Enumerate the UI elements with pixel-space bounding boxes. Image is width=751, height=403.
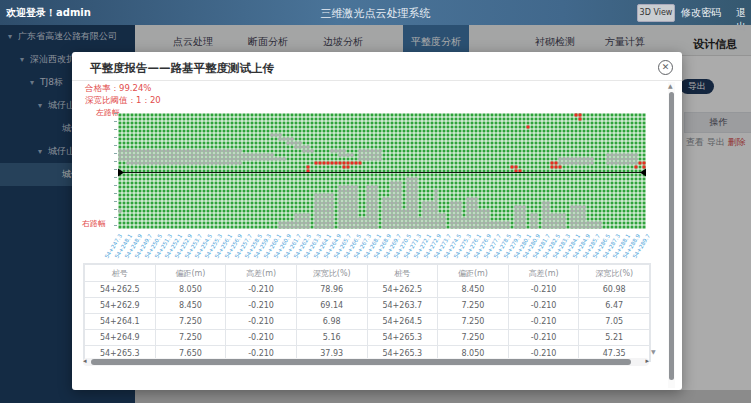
h-scrollbar[interactable]: ◂ ▸ [83,358,649,366]
table-cell: 54+263.7 [367,298,438,314]
table-cell: 6.47 [579,298,650,314]
x-axis-labels: 54+247.354+248.154+248.954+249.754+250.5… [118,231,652,257]
pass-rate-text: 合格率：99.24% [85,83,151,95]
app: 欢迎登录！admin 三维激光点云处理系统 3D View 修改密码 退出 ▾广… [0,0,751,403]
table-cell: 8.450 [438,282,509,298]
table-cell: -0.210 [508,282,579,298]
divider [72,80,682,81]
right-lane-label: 右路幅 [82,218,106,229]
modal-title: 平整度报告——路基平整度测试上传 [90,61,274,76]
ratio-threshold-text: 深宽比阈值：1：20 [85,95,161,107]
table-cell: 54+265.3 [367,330,438,346]
table-header-cell: 桩号 [85,265,156,282]
flatness-chart [118,113,646,229]
v-scroll-thumb[interactable] [669,92,674,380]
table-cell: -0.210 [226,330,297,346]
scroll-left-icon[interactable]: ◂ [83,357,87,365]
3d-view-button[interactable]: 3D View [637,4,675,22]
table-cell: 60.98 [579,282,650,298]
table-cell: 69.14 [296,298,367,314]
table-cell: 7.250 [155,330,226,346]
close-button[interactable]: ✕ [658,60,673,75]
table-cell: -0.210 [508,298,579,314]
table-cell: 78.96 [296,282,367,298]
table-cell: -0.210 [508,330,579,346]
flatness-heatmap [118,113,646,229]
table-cell: 7.250 [155,314,226,330]
table-cell: 54+262.5 [367,282,438,298]
table-cell: 8.050 [155,282,226,298]
table-cell: 7.05 [579,314,650,330]
table-header-cell: 高差(m) [508,265,579,282]
h-scroll-thumb[interactable] [91,359,631,365]
table-row: 54+264.97.250-0.2105.1654+265.37.250-0.2… [85,330,650,346]
table-header-cell: 偏距(m) [155,265,226,282]
scroll-up-icon[interactable]: ▲ [668,82,673,89]
table-row: 54+262.58.050-0.21078.9654+262.58.450-0.… [85,282,650,298]
table-cell: 7.250 [438,314,509,330]
table-header-cell: 深宽比(%) [579,265,650,282]
table-cell: 5.21 [579,330,650,346]
table-header-cell: 高差(m) [226,265,297,282]
table-cell: -0.210 [226,314,297,330]
table-cell: 6.98 [296,314,367,330]
close-icon: ✕ [662,62,670,72]
table-cell: 54+262.5 [85,282,156,298]
table-cell: 7.250 [438,298,509,314]
table-cell: -0.210 [226,282,297,298]
report-table: 桩号偏距(m)高差(m)深宽比(%)桩号偏距(m)高差(m)深宽比(%)54+2… [83,263,651,362]
table-row: 54+262.98.450-0.21069.1454+263.77.250-0.… [85,298,650,314]
top-bar: 欢迎登录！admin 三维激光点云处理系统 3D View 修改密码 退出 [0,0,751,25]
table-cell: 54+264.1 [85,314,156,330]
table-cell: -0.210 [508,314,579,330]
table-header-cell: 深宽比(%) [296,265,367,282]
table-cell: 7.250 [438,330,509,346]
table-cell: -0.210 [226,298,297,314]
table-row: 54+264.17.250-0.2106.9854+264.57.250-0.2… [85,314,650,330]
table-cell: 5.16 [296,330,367,346]
scroll-right-icon[interactable]: ▸ [645,357,649,365]
table-header-cell: 桩号 [367,265,438,282]
table-cell: 8.450 [155,298,226,314]
table-cell: 54+264.9 [85,330,156,346]
flatness-report-modal: 平整度报告——路基平整度测试上传 ✕ 合格率：99.24% 深宽比阈值：1：20… [72,52,682,390]
change-password-button[interactable]: 修改密码 [681,6,721,20]
table-scroll-down-icon[interactable]: ▼ [651,348,656,355]
table-header-cell: 偏距(m) [438,265,509,282]
table-cell: 54+262.9 [85,298,156,314]
heatmap-y-ticks [114,113,117,229]
v-scrollbar[interactable]: ▲ [668,82,675,388]
table-cell: 54+264.5 [367,314,438,330]
